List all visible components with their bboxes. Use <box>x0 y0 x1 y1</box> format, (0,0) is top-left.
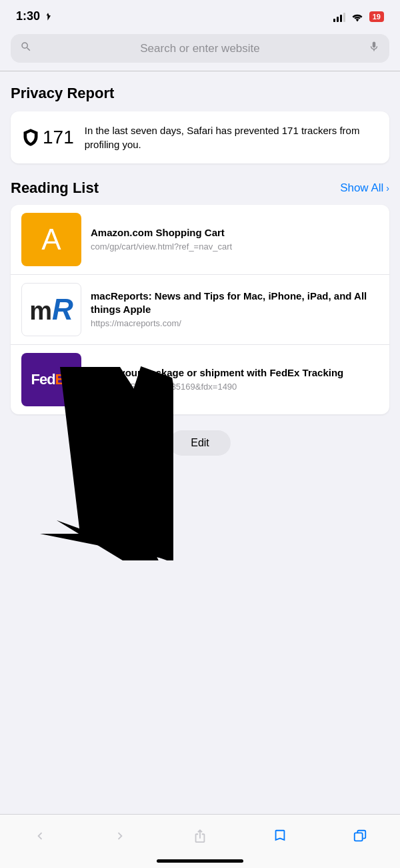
reading-list-header: Reading List Show All › <box>0 163 400 205</box>
location-icon <box>43 12 53 21</box>
show-all-label: Show All <box>340 181 383 195</box>
amazon-logo-letter: A <box>41 223 61 256</box>
chevron-right-icon: › <box>386 183 389 193</box>
svg-rect-2 <box>355 833 363 841</box>
bookmarks-button[interactable] <box>260 823 300 849</box>
search-icon <box>20 41 32 56</box>
fedex-item-title: Track your package or shipment with FedE… <box>91 366 379 380</box>
amazon-item-info: Amazon.com Shopping Cart com/gp/cart/vie… <box>91 226 379 253</box>
fedex-item-info: Track your package or shipment with FedE… <box>91 366 379 393</box>
list-item[interactable]: mR macReports: News and Tips for Mac, iP… <box>11 275 389 345</box>
search-bar-container: Search or enter website <box>0 29 400 71</box>
fedex-item-url: com/...WTRK/...153335169&fdx=1490 <box>91 382 379 393</box>
macreports-item-url: https://macreports.com/ <box>91 318 379 330</box>
wifi-icon <box>351 11 364 22</box>
amazon-item-url: com/gp/cart/view.html?ref_=nav_cart <box>91 242 379 253</box>
home-indicator <box>157 859 243 863</box>
shield-icon <box>21 128 40 147</box>
amazon-thumbnail: A <box>21 213 81 266</box>
list-item[interactable]: A Amazon.com Shopping Cart com/gp/cart/v… <box>11 205 389 275</box>
status-icons: 19 <box>333 11 384 22</box>
reading-list-title: Reading List <box>11 179 99 197</box>
macreports-item-info: macReports: News and Tips for Mac, iPhon… <box>91 290 379 330</box>
privacy-card: 171 In the last seven days, Safari has p… <box>11 111 389 163</box>
macreports-thumbnail: mR <box>21 283 81 336</box>
amazon-item-title: Amazon.com Shopping Cart <box>91 226 379 240</box>
privacy-report-title: Privacy Report <box>11 85 389 102</box>
status-bar: 1:30 19 <box>0 0 400 29</box>
macreports-logo: mR <box>29 295 73 324</box>
tabs-button[interactable] <box>340 823 380 849</box>
fedex-logo: FedEx <box>31 371 71 388</box>
tracker-count: 171 <box>43 127 74 148</box>
privacy-icon-group: 171 <box>21 127 74 148</box>
forward-button[interactable] <box>100 823 140 849</box>
edit-button[interactable]: Edit <box>169 430 231 456</box>
list-item[interactable]: FedEx Track your package or shipment wit… <box>11 345 389 414</box>
privacy-report-section: Privacy Report 171 In the last seven day… <box>0 71 400 163</box>
signal-bars <box>333 11 345 22</box>
edit-section: Edit <box>0 414 400 469</box>
search-bar[interactable]: Search or enter website <box>11 34 389 63</box>
search-input[interactable]: Search or enter website <box>39 42 361 55</box>
share-button[interactable] <box>180 823 220 849</box>
battery-badge: 19 <box>369 11 384 22</box>
macreports-item-title: macReports: News and Tips for Mac, iPhon… <box>91 290 379 316</box>
reading-list-items: A Amazon.com Shopping Cart com/gp/cart/v… <box>11 205 389 414</box>
privacy-description: In the last seven days, Safari has preve… <box>85 123 379 151</box>
show-all-link[interactable]: Show All › <box>340 181 389 195</box>
status-time: 1:30 <box>16 9 53 23</box>
back-button[interactable] <box>20 823 60 849</box>
mic-icon <box>368 41 380 56</box>
fedex-thumbnail: FedEx <box>21 353 81 406</box>
